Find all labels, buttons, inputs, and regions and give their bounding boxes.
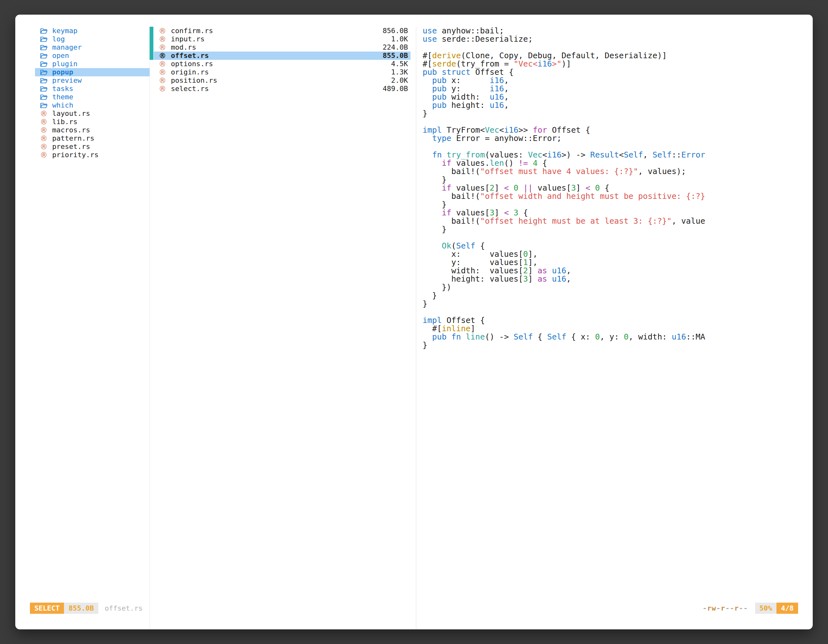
file-name-label: input.rs (171, 35, 205, 43)
pane-container: keymaplogmanageropenpluginpopuppreviewta… (15, 15, 813, 629)
folder-icon (40, 28, 52, 34)
sidebar-file-macros.rs[interactable]: ®macros.rs (35, 126, 149, 134)
sidebar-file-pattern.rs[interactable]: ®pattern.rs (35, 134, 149, 143)
item-label: preset.rs (52, 143, 90, 151)
current-directory-pane: ®confirm.rs856.0B®input.rs1.0K®mod.rs224… (149, 27, 416, 629)
code-line (423, 143, 813, 151)
code-line: } (423, 341, 813, 349)
sidebar-folder-plugin[interactable]: plugin (35, 60, 149, 68)
sidebar-folder-preview[interactable]: preview (35, 76, 149, 85)
sidebar-folder-keymap[interactable]: keymap (35, 27, 149, 35)
folder-icon (40, 102, 52, 109)
rust-file-icon: ® (40, 110, 52, 118)
rust-file-icon: ® (159, 77, 171, 84)
folder-icon (40, 36, 52, 42)
code-line: } (423, 291, 813, 300)
file-name-label: select.rs (171, 85, 209, 93)
code-preview: use anyhow::bail;use serde::Deserialize;… (423, 27, 813, 349)
status-bar: SELECT 855.0B offset.rs -rw-r--r-- 50% 4… (30, 602, 798, 614)
folder-icon (40, 44, 52, 51)
file-row-options.rs[interactable]: ®options.rs4.5K (154, 60, 411, 68)
code-line: impl Offset { (423, 316, 813, 324)
code-line: } (423, 201, 813, 209)
status-filename: offset.rs (105, 604, 143, 612)
file-name-label: options.rs (171, 60, 213, 68)
file-row-mod.rs[interactable]: ®mod.rs224.0B (154, 43, 411, 52)
folder-icon (40, 94, 52, 100)
code-line: } (423, 300, 813, 308)
file-size-label: 489.0B (383, 85, 408, 93)
rust-file-icon: ® (40, 127, 52, 134)
file-row-origin.rs[interactable]: ®origin.rs1.3K (154, 68, 411, 76)
file-name-label: mod.rs (171, 43, 196, 52)
code-line: pub fn line() -> Self { Self { x: 0, y: … (423, 333, 813, 341)
item-label: priority.rs (52, 151, 99, 159)
item-label: plugin (52, 60, 77, 68)
item-label: lib.rs (52, 118, 77, 126)
folder-icon (40, 77, 52, 84)
sidebar-folder-which[interactable]: which (35, 101, 149, 110)
code-line: pub struct Offset { (423, 68, 813, 76)
file-row-position.rs[interactable]: ®position.rs2.0K (154, 76, 411, 85)
folder-icon (40, 86, 52, 92)
sidebar-file-lib.rs[interactable]: ®lib.rs (35, 118, 149, 126)
file-size-label: 855.0B (383, 52, 408, 60)
item-label: tasks (52, 85, 73, 93)
code-line: y: values[1], (423, 259, 813, 266)
rust-file-icon: ® (159, 36, 171, 43)
sidebar-file-layout.rs[interactable]: ®layout.rs (35, 110, 149, 118)
code-line: } (423, 225, 813, 233)
rust-file-icon: ® (40, 143, 52, 150)
code-line: if values.len() != 4 { (423, 159, 813, 168)
code-line: type Error = anyhow::Error; (423, 134, 813, 143)
item-label: keymap (52, 27, 77, 35)
parent-directory-pane: keymaplogmanageropenpluginpopuppreviewta… (15, 27, 149, 629)
file-row-offset.rs[interactable]: ®offset.rs855.0B (154, 52, 411, 60)
code-line: } (423, 175, 813, 184)
code-line: if values[2] < 0 || values[3] < 0 { (423, 184, 813, 192)
sidebar-folder-manager[interactable]: manager (35, 43, 149, 52)
file-name-label: origin.rs (171, 68, 209, 76)
file-row-select.rs[interactable]: ®select.rs489.0B (154, 85, 411, 93)
sidebar-folder-open[interactable]: open (35, 52, 149, 60)
file-row-input.rs[interactable]: ®input.rs1.0K (154, 35, 411, 43)
item-label: popup (52, 68, 73, 76)
code-line: #[derive(Clone, Copy, Debug, Default, De… (423, 52, 813, 60)
code-line: #[inline] (423, 324, 813, 333)
code-line (423, 118, 813, 126)
list-scrollbar[interactable] (149, 27, 154, 60)
rust-file-icon: ® (40, 135, 52, 142)
code-line: use serde::Deserialize; (423, 35, 813, 43)
item-label: pattern.rs (52, 134, 94, 143)
code-line (423, 308, 813, 316)
item-label: which (52, 101, 73, 110)
sidebar-file-preset.rs[interactable]: ®preset.rs (35, 143, 149, 151)
rust-file-icon: ® (159, 69, 171, 76)
code-line: pub height: u16, (423, 101, 813, 110)
code-line (423, 43, 813, 52)
rust-file-icon: ® (40, 118, 52, 126)
sidebar-file-priority.rs[interactable]: ®priority.rs (35, 151, 149, 159)
rust-file-icon: ® (159, 27, 171, 34)
code-line: use anyhow::bail; (423, 27, 813, 35)
file-row-confirm.rs[interactable]: ®confirm.rs856.0B (154, 27, 411, 35)
rust-file-icon: ® (159, 52, 171, 60)
code-line (423, 233, 813, 242)
rust-file-icon: ® (40, 152, 52, 159)
sidebar-folder-popup[interactable]: popup (35, 68, 149, 76)
code-line: if values[3] < 3 { (423, 209, 813, 217)
code-line: pub width: u16, (423, 93, 813, 101)
code-line: Ok(Self { (423, 242, 813, 250)
sidebar-folder-log[interactable]: log (35, 35, 149, 43)
sidebar-folder-theme[interactable]: theme (35, 93, 149, 101)
file-size-label: 2.0K (391, 76, 408, 85)
code-line: height: values[3] as u16, (423, 275, 813, 283)
sidebar-folder-tasks[interactable]: tasks (35, 85, 149, 93)
file-size-label: 1.3K (391, 68, 408, 76)
code-line: bail!("offset width and height must be p… (423, 192, 813, 201)
item-label: theme (52, 93, 73, 101)
file-permissions: -rw-r--r-- (703, 604, 748, 612)
code-line: bail!("offset must have 4 values: {:?}",… (423, 168, 813, 175)
file-preview-pane: use anyhow::bail;use serde::Deserialize;… (416, 27, 813, 629)
rust-file-icon: ® (159, 60, 171, 68)
